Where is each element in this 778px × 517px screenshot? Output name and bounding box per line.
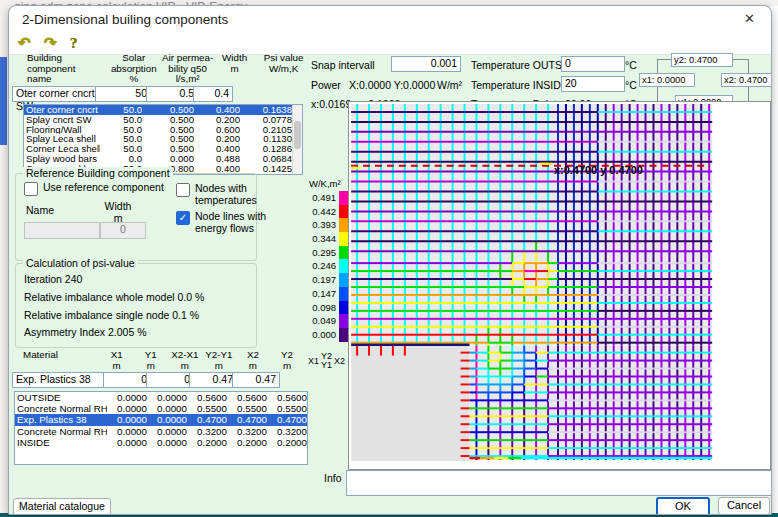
table-cell: 0.400: [194, 144, 240, 154]
table-cell: Concrete Normal RH: [15, 426, 107, 437]
table-row[interactable]: INSIDE0.00000.00000.20000.20000.20000.20…: [15, 437, 307, 448]
redo-icon[interactable]: ↷: [44, 34, 57, 52]
material-list[interactable]: OUTSIDE0.00000.00000.56000.56000.56000.5…: [14, 391, 308, 465]
table-cell: 0.1638: [240, 105, 292, 115]
power-unit: W/m²: [437, 79, 462, 91]
iteration-label: Iteration 240: [24, 273, 82, 285]
dialog-title: 2-Dimensional builing components: [22, 12, 228, 27]
material-name-input[interactable]: Exp. Plastics 38: [12, 372, 108, 388]
table-row[interactable]: Oter corner cncrt SW50.00.5000.4000.1638: [24, 105, 302, 115]
legend-value: 0.000: [305, 328, 336, 342]
use-reference-checkbox[interactable]: Use reference component: [24, 182, 164, 196]
x1-field[interactable]: x1: 0.0000: [639, 73, 695, 87]
corner-x1: X1: [308, 356, 319, 366]
info-label: Info: [324, 472, 342, 484]
component-q50-input[interactable]: 0.5: [146, 86, 198, 102]
material-y1-input[interactable]: 0: [146, 372, 194, 388]
component-solar-input[interactable]: 50: [95, 86, 151, 102]
table-cell: INSIDE: [15, 437, 107, 448]
header-width: Width m: [215, 53, 254, 85]
help-icon[interactable]: ?: [70, 35, 78, 52]
node-lines-energy-flows-checkbox[interactable]: ✓ Node lines with energy flows: [176, 211, 266, 234]
component-table-headers: Building component name Solar absorption…: [21, 53, 313, 85]
reference-width-label: Width m: [98, 200, 138, 224]
table-cell: Flooring/Wall: [24, 125, 100, 135]
temperature-outside-input[interactable]: 0: [561, 56, 625, 72]
table-cell: 0.2000: [307, 437, 308, 448]
cancel-button[interactable]: Cancel: [718, 497, 770, 515]
legend-value: 0.393: [305, 218, 336, 232]
header-x2: X2 m: [236, 350, 270, 371]
table-cell: 0.488: [194, 154, 240, 164]
reference-group-label: Reference Building component: [23, 167, 173, 179]
imbalance-single-label: Relative imbalance single node 0.1 %: [24, 309, 199, 321]
y2-field[interactable]: y2: 0.4700: [671, 53, 733, 67]
heat-flow-plot[interactable]: x:0.4700 y 0.4700: [348, 101, 771, 470]
header-building-component-name: Building component name: [21, 53, 107, 85]
checkbox-box-checked[interactable]: ✓: [176, 211, 190, 225]
table-row[interactable]: Splay wood bars0.00.0000.4880.0684: [24, 154, 302, 164]
power-label: Power: [311, 79, 341, 91]
material-dx-input[interactable]: 0.47: [189, 372, 237, 388]
x2-field[interactable]: x2: 0.4700: [721, 73, 772, 87]
table-cell: 0.4700: [227, 414, 267, 425]
table-cell: 0.0000: [107, 392, 147, 403]
temperature-inside-input[interactable]: 20: [561, 76, 625, 92]
temperature-inside-label: Temperature INSIDE: [471, 79, 568, 91]
table-cell: Concrete Normal RH: [15, 403, 107, 414]
table-cell: 0.3200: [227, 426, 267, 437]
component-width-input[interactable]: 0.4: [193, 86, 233, 102]
material-dy-input[interactable]: 0.47: [232, 372, 280, 388]
table-row[interactable]: Corner Leca shell50.00.5000.4000.1286: [24, 144, 302, 154]
table-cell: 0.200: [194, 134, 240, 144]
table-row[interactable]: Concrete Normal RH0.00000.00000.32000.32…: [15, 426, 307, 437]
checkbox-box[interactable]: [24, 182, 38, 196]
table-cell: 0.3200: [307, 426, 308, 437]
table-cell: 0.000: [142, 154, 194, 164]
table-row[interactable]: Splay Leca shell50.00.5000.2000.1130: [24, 134, 302, 144]
header-air-permeability: Air permea- bility q50 l/s,m²: [160, 53, 215, 85]
table-cell: 50.0: [100, 105, 142, 115]
component-name-input[interactable]: Oter corner cncrt SW: [12, 86, 100, 102]
snap-interval-input[interactable]: 0.001: [391, 56, 461, 72]
material-x1-input[interactable]: 0: [103, 372, 151, 388]
info-input[interactable]: [346, 470, 772, 496]
table-cell: 0.5500: [227, 403, 267, 414]
ok-button[interactable]: OK: [656, 497, 710, 515]
table-row[interactable]: Splay cncrt SW50.00.5000.2000.0778: [24, 115, 302, 125]
table-row[interactable]: OUTSIDE0.00000.00000.56000.56000.56000.5…: [15, 392, 307, 403]
reference-width-input[interactable]: 0: [100, 222, 146, 239]
table-row[interactable]: Exp. Plastics 380.00000.00000.47000.4700…: [15, 414, 307, 425]
dialog-titlebar[interactable]: 2-Dimensional builing components ✕: [9, 6, 771, 33]
table-cell: 0.500: [142, 125, 194, 135]
calculation-group-label: Calculation of psi-value: [23, 257, 138, 269]
table-row[interactable]: Flooring/Wall50.00.5000.6000.2105: [24, 125, 302, 135]
close-icon[interactable]: ✕: [744, 11, 755, 26]
legend-value: 0.147: [305, 287, 336, 301]
component-list[interactable]: Oter corner cncrt SW50.00.5000.4000.1638…: [23, 104, 303, 175]
table-cell: 0.3200: [267, 426, 307, 437]
corner-x2: X2: [334, 356, 345, 366]
legend-value: 0.098: [305, 301, 336, 315]
table-cell: 0.600: [194, 125, 240, 135]
table-cell: 0.5600: [267, 392, 307, 403]
table-row[interactable]: Concrete Normal RH0.00000.00000.55000.55…: [15, 403, 307, 414]
legend-value: 0.246: [305, 259, 336, 273]
calculation-groupbox: Calculation of psi-value Iteration 240 R…: [15, 263, 257, 348]
table-cell: 50.0: [100, 115, 142, 125]
reference-name-input[interactable]: [24, 222, 100, 239]
scrollbar-thumb[interactable]: [294, 121, 301, 149]
table-cell: 0.1286: [240, 144, 292, 154]
nodes-with-temperatures-checkbox[interactable]: Nodes with temperatures: [176, 183, 257, 206]
material-catalogue-button[interactable]: Material catalogue: [13, 498, 111, 515]
table-cell: 0.2000: [187, 437, 227, 448]
table-cell: 0.5500: [267, 403, 307, 414]
checkbox-box[interactable]: [176, 183, 190, 197]
table-cell: 0.4700: [187, 414, 227, 425]
undo-icon[interactable]: ↶: [18, 34, 31, 52]
header-y2: Y2 m: [270, 350, 304, 371]
component-list-scrollbar[interactable]: [292, 105, 302, 174]
table-cell: 0.3200: [187, 426, 227, 437]
table-cell: 0.5600: [187, 392, 227, 403]
checkbox-label: Use reference component: [43, 182, 164, 194]
